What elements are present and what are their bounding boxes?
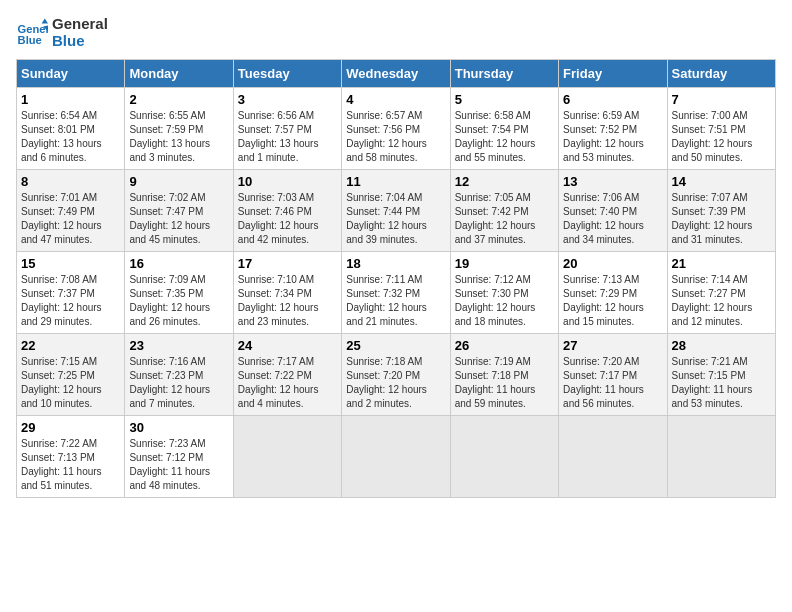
header-wednesday: Wednesday bbox=[342, 60, 450, 88]
day-number: 16 bbox=[129, 256, 228, 271]
day-number: 12 bbox=[455, 174, 554, 189]
svg-text:Blue: Blue bbox=[18, 34, 42, 46]
calendar-cell: 10 Sunrise: 7:03 AM Sunset: 7:46 PM Dayl… bbox=[233, 170, 341, 252]
day-info: Sunrise: 7:00 AM Sunset: 7:51 PM Dayligh… bbox=[672, 109, 771, 165]
calendar-cell: 12 Sunrise: 7:05 AM Sunset: 7:42 PM Dayl… bbox=[450, 170, 558, 252]
day-info: Sunrise: 7:19 AM Sunset: 7:18 PM Dayligh… bbox=[455, 355, 554, 411]
calendar-cell bbox=[667, 416, 775, 498]
header-sunday: Sunday bbox=[17, 60, 125, 88]
calendar-cell: 23 Sunrise: 7:16 AM Sunset: 7:23 PM Dayl… bbox=[125, 334, 233, 416]
day-info: Sunrise: 7:09 AM Sunset: 7:35 PM Dayligh… bbox=[129, 273, 228, 329]
day-info: Sunrise: 7:20 AM Sunset: 7:17 PM Dayligh… bbox=[563, 355, 662, 411]
logo-general: General bbox=[52, 16, 108, 33]
day-info: Sunrise: 6:54 AM Sunset: 8:01 PM Dayligh… bbox=[21, 109, 120, 165]
day-number: 25 bbox=[346, 338, 445, 353]
calendar-cell bbox=[559, 416, 667, 498]
calendar-week-1: 1 Sunrise: 6:54 AM Sunset: 8:01 PM Dayli… bbox=[17, 88, 776, 170]
day-number: 28 bbox=[672, 338, 771, 353]
calendar-header-row: SundayMondayTuesdayWednesdayThursdayFrid… bbox=[17, 60, 776, 88]
calendar-cell bbox=[233, 416, 341, 498]
header-saturday: Saturday bbox=[667, 60, 775, 88]
day-info: Sunrise: 7:17 AM Sunset: 7:22 PM Dayligh… bbox=[238, 355, 337, 411]
calendar-cell: 19 Sunrise: 7:12 AM Sunset: 7:30 PM Dayl… bbox=[450, 252, 558, 334]
day-number: 17 bbox=[238, 256, 337, 271]
day-number: 7 bbox=[672, 92, 771, 107]
calendar-cell: 20 Sunrise: 7:13 AM Sunset: 7:29 PM Dayl… bbox=[559, 252, 667, 334]
day-number: 30 bbox=[129, 420, 228, 435]
day-info: Sunrise: 6:58 AM Sunset: 7:54 PM Dayligh… bbox=[455, 109, 554, 165]
day-info: Sunrise: 7:01 AM Sunset: 7:49 PM Dayligh… bbox=[21, 191, 120, 247]
day-number: 23 bbox=[129, 338, 228, 353]
day-number: 27 bbox=[563, 338, 662, 353]
calendar-cell: 15 Sunrise: 7:08 AM Sunset: 7:37 PM Dayl… bbox=[17, 252, 125, 334]
calendar-cell: 13 Sunrise: 7:06 AM Sunset: 7:40 PM Dayl… bbox=[559, 170, 667, 252]
calendar-week-5: 29 Sunrise: 7:22 AM Sunset: 7:13 PM Dayl… bbox=[17, 416, 776, 498]
day-number: 29 bbox=[21, 420, 120, 435]
day-info: Sunrise: 7:13 AM Sunset: 7:29 PM Dayligh… bbox=[563, 273, 662, 329]
day-info: Sunrise: 7:22 AM Sunset: 7:13 PM Dayligh… bbox=[21, 437, 120, 493]
calendar-cell: 17 Sunrise: 7:10 AM Sunset: 7:34 PM Dayl… bbox=[233, 252, 341, 334]
calendar-cell: 30 Sunrise: 7:23 AM Sunset: 7:12 PM Dayl… bbox=[125, 416, 233, 498]
day-info: Sunrise: 6:55 AM Sunset: 7:59 PM Dayligh… bbox=[129, 109, 228, 165]
day-info: Sunrise: 7:04 AM Sunset: 7:44 PM Dayligh… bbox=[346, 191, 445, 247]
day-number: 9 bbox=[129, 174, 228, 189]
day-number: 24 bbox=[238, 338, 337, 353]
day-number: 6 bbox=[563, 92, 662, 107]
calendar-cell: 28 Sunrise: 7:21 AM Sunset: 7:15 PM Dayl… bbox=[667, 334, 775, 416]
calendar-week-3: 15 Sunrise: 7:08 AM Sunset: 7:37 PM Dayl… bbox=[17, 252, 776, 334]
calendar-cell: 1 Sunrise: 6:54 AM Sunset: 8:01 PM Dayli… bbox=[17, 88, 125, 170]
day-number: 2 bbox=[129, 92, 228, 107]
calendar-cell: 3 Sunrise: 6:56 AM Sunset: 7:57 PM Dayli… bbox=[233, 88, 341, 170]
calendar-cell: 18 Sunrise: 7:11 AM Sunset: 7:32 PM Dayl… bbox=[342, 252, 450, 334]
logo-icon: General Blue bbox=[16, 17, 48, 49]
svg-text:General: General bbox=[18, 23, 48, 35]
day-number: 11 bbox=[346, 174, 445, 189]
day-info: Sunrise: 7:03 AM Sunset: 7:46 PM Dayligh… bbox=[238, 191, 337, 247]
day-info: Sunrise: 7:02 AM Sunset: 7:47 PM Dayligh… bbox=[129, 191, 228, 247]
day-number: 22 bbox=[21, 338, 120, 353]
day-info: Sunrise: 6:57 AM Sunset: 7:56 PM Dayligh… bbox=[346, 109, 445, 165]
day-number: 5 bbox=[455, 92, 554, 107]
calendar-cell: 7 Sunrise: 7:00 AM Sunset: 7:51 PM Dayli… bbox=[667, 88, 775, 170]
day-number: 4 bbox=[346, 92, 445, 107]
day-info: Sunrise: 6:59 AM Sunset: 7:52 PM Dayligh… bbox=[563, 109, 662, 165]
header-monday: Monday bbox=[125, 60, 233, 88]
day-info: Sunrise: 7:21 AM Sunset: 7:15 PM Dayligh… bbox=[672, 355, 771, 411]
day-info: Sunrise: 7:14 AM Sunset: 7:27 PM Dayligh… bbox=[672, 273, 771, 329]
day-number: 10 bbox=[238, 174, 337, 189]
day-number: 20 bbox=[563, 256, 662, 271]
day-info: Sunrise: 7:18 AM Sunset: 7:20 PM Dayligh… bbox=[346, 355, 445, 411]
day-number: 3 bbox=[238, 92, 337, 107]
calendar-cell: 6 Sunrise: 6:59 AM Sunset: 7:52 PM Dayli… bbox=[559, 88, 667, 170]
day-number: 21 bbox=[672, 256, 771, 271]
day-info: Sunrise: 7:12 AM Sunset: 7:30 PM Dayligh… bbox=[455, 273, 554, 329]
calendar-cell: 8 Sunrise: 7:01 AM Sunset: 7:49 PM Dayli… bbox=[17, 170, 125, 252]
calendar-cell: 2 Sunrise: 6:55 AM Sunset: 7:59 PM Dayli… bbox=[125, 88, 233, 170]
day-info: Sunrise: 7:16 AM Sunset: 7:23 PM Dayligh… bbox=[129, 355, 228, 411]
header-friday: Friday bbox=[559, 60, 667, 88]
header-thursday: Thursday bbox=[450, 60, 558, 88]
day-info: Sunrise: 7:08 AM Sunset: 7:37 PM Dayligh… bbox=[21, 273, 120, 329]
day-info: Sunrise: 7:06 AM Sunset: 7:40 PM Dayligh… bbox=[563, 191, 662, 247]
calendar-cell: 16 Sunrise: 7:09 AM Sunset: 7:35 PM Dayl… bbox=[125, 252, 233, 334]
calendar-cell: 27 Sunrise: 7:20 AM Sunset: 7:17 PM Dayl… bbox=[559, 334, 667, 416]
calendar-table: SundayMondayTuesdayWednesdayThursdayFrid… bbox=[16, 59, 776, 498]
svg-marker-2 bbox=[42, 18, 48, 23]
calendar-cell: 11 Sunrise: 7:04 AM Sunset: 7:44 PM Dayl… bbox=[342, 170, 450, 252]
logo-blue: Blue bbox=[52, 33, 108, 50]
day-info: Sunrise: 7:10 AM Sunset: 7:34 PM Dayligh… bbox=[238, 273, 337, 329]
calendar-cell: 5 Sunrise: 6:58 AM Sunset: 7:54 PM Dayli… bbox=[450, 88, 558, 170]
day-info: Sunrise: 7:23 AM Sunset: 7:12 PM Dayligh… bbox=[129, 437, 228, 493]
calendar-cell: 26 Sunrise: 7:19 AM Sunset: 7:18 PM Dayl… bbox=[450, 334, 558, 416]
day-number: 13 bbox=[563, 174, 662, 189]
calendar-cell bbox=[342, 416, 450, 498]
logo: General Blue General Blue bbox=[16, 16, 108, 49]
day-info: Sunrise: 6:56 AM Sunset: 7:57 PM Dayligh… bbox=[238, 109, 337, 165]
calendar-cell bbox=[450, 416, 558, 498]
day-number: 1 bbox=[21, 92, 120, 107]
page-header: General Blue General Blue bbox=[16, 16, 776, 49]
header-tuesday: Tuesday bbox=[233, 60, 341, 88]
day-info: Sunrise: 7:11 AM Sunset: 7:32 PM Dayligh… bbox=[346, 273, 445, 329]
calendar-cell: 9 Sunrise: 7:02 AM Sunset: 7:47 PM Dayli… bbox=[125, 170, 233, 252]
day-info: Sunrise: 7:05 AM Sunset: 7:42 PM Dayligh… bbox=[455, 191, 554, 247]
